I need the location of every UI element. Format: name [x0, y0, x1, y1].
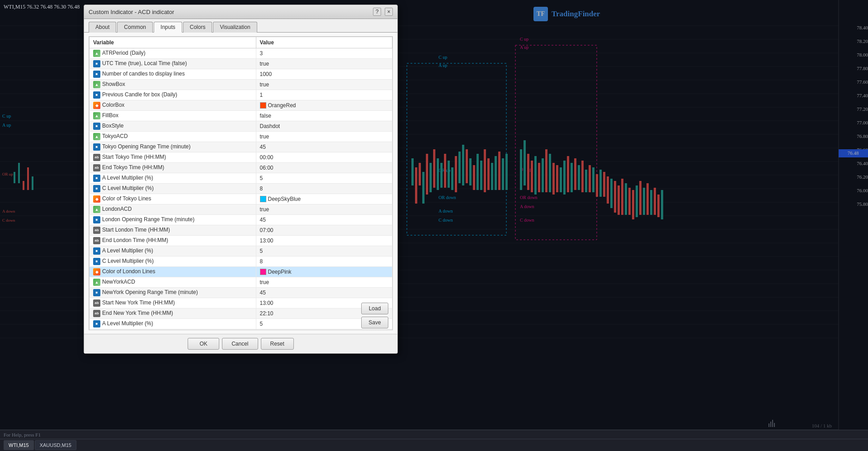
table-row: ■C Level Multiplier (%) [90, 256, 256, 267]
reset-button[interactable]: Reset [261, 338, 294, 350]
dialog-footer: Load Save OK Cancel Reset [84, 334, 397, 353]
params-table: Variable Value ▲ATRPeriod (Daily) 3 ■UTC… [89, 37, 392, 330]
modal-overlay: Custom Indicator - ACD indicator ? × Abo… [0, 0, 868, 451]
load-save-area: Load Save [361, 303, 388, 328]
tab-wti[interactable]: WTI,M15 [4, 440, 34, 450]
dialog-tabs: About Common Inputs Colors Visualization [84, 19, 397, 33]
table-cell-value[interactable]: 1 [256, 90, 392, 100]
tab-xauusd[interactable]: XAUUSD,M15 [35, 440, 76, 450]
tab-common[interactable]: Common [117, 22, 153, 33]
dialog-controls: ? × [373, 8, 393, 16]
cancel-button[interactable]: Cancel [222, 338, 258, 350]
status-bar: For Help, press F1 [0, 430, 868, 439]
params-table-container[interactable]: Variable Value ▲ATRPeriod (Daily) 3 ■UTC… [89, 36, 393, 330]
table-row: ▲LondonACD [90, 204, 256, 215]
table-cell-value[interactable]: 45 [256, 215, 392, 225]
table-row: abEnd London Time (HH:MM) [90, 236, 256, 246]
table-row: ▲ATRPeriod (Daily) [90, 48, 256, 59]
bottom-tabs: WTI,M15 XAUUSD,M15 [0, 439, 868, 451]
tab-colors[interactable]: Colors [183, 22, 212, 33]
table-row: ■Number of candles to display lines [90, 69, 256, 80]
table-row: abStart New York Time (HH:MM) [90, 298, 256, 309]
table-row: abStart Tokyo Time (HH:MM) [90, 152, 256, 163]
load-button[interactable]: Load [361, 303, 388, 314]
table-row: abStart London Time (HH:MM) [90, 225, 256, 236]
dialog-close-button[interactable]: × [385, 8, 393, 16]
table-row: ■C Level Multiplier (%) [90, 329, 256, 331]
table-cell-value[interactable]: 00:00 [256, 152, 392, 163]
table-row: ◆ColorBox [90, 100, 256, 111]
custom-indicator-dialog: Custom Indicator - ACD indicator ? × Abo… [84, 5, 398, 354]
table-cell-value[interactable]: true [256, 204, 392, 215]
table-row: ■A Level Multiplier (%) [90, 319, 256, 329]
table-row: ■NewYork Opening Range Time (minute) [90, 288, 256, 298]
table-row: ■C Level Multiplier (%) [90, 184, 256, 194]
table-row: abEnd Tokyo Time (HH:MM) [90, 163, 256, 173]
table-cell-value[interactable]: 8 [256, 329, 392, 331]
table-cell-value[interactable]: false [256, 111, 392, 121]
table-row: ◆Color of London Lines [90, 267, 256, 277]
ok-button[interactable]: OK [188, 338, 219, 350]
table-row: ■London Opening Range Time (minute) [90, 215, 256, 225]
table-cell-value[interactable]: true [256, 80, 392, 90]
save-button[interactable]: Save [361, 317, 388, 328]
table-cell-value[interactable]: DeepPink [256, 267, 392, 277]
table-row: ■A Level Multiplier (%) [90, 173, 256, 184]
table-cell-value[interactable]: true [256, 59, 392, 69]
dialog-content: Variable Value ▲ATRPeriod (Daily) 3 ■UTC… [84, 33, 397, 334]
chart-ticker: WTI,M15 76.32 76.48 76.30 76.48 [4, 4, 80, 10]
table-cell-value[interactable]: 3 [256, 48, 392, 59]
table-row: ◆Color of Tokyo Lines [90, 194, 256, 204]
table-row: ▲ShowBox [90, 80, 256, 90]
table-row: ▲NewYorkACD [90, 277, 256, 288]
table-cell-value[interactable]: 45 [256, 288, 392, 298]
footer-buttons: OK Cancel Reset [89, 338, 393, 350]
table-cell-value[interactable]: 5 [256, 173, 392, 184]
tab-visualization[interactable]: Visualization [213, 22, 257, 33]
table-cell-value[interactable]: 8 [256, 184, 392, 194]
table-row: ■BoxStyle [90, 121, 256, 132]
table-row: ▲FillBox [90, 111, 256, 121]
table-row: ■Previous Candle for box (Daily) [90, 90, 256, 100]
table-row: ■A Level Multiplier (%) [90, 246, 256, 256]
table-row: ■Tokyo Opening Range Time (minute) [90, 142, 256, 152]
table-cell-value[interactable]: 1000 [256, 69, 392, 80]
table-cell-value[interactable]: OrangeRed [256, 100, 392, 111]
tab-inputs[interactable]: Inputs [154, 22, 182, 33]
table-row: abEnd New York Time (HH:MM) [90, 309, 256, 319]
table-cell-value[interactable]: 8 [256, 256, 392, 267]
table-row: ■UTC Time (true), Local Time (false) [90, 59, 256, 69]
col-variable: Variable [90, 37, 256, 48]
dialog-titlebar: Custom Indicator - ACD indicator ? × [84, 5, 397, 19]
table-cell-value[interactable]: 5 [256, 246, 392, 256]
table-cell-value[interactable]: true [256, 132, 392, 142]
table-cell-value[interactable]: true [256, 277, 392, 288]
table-cell-value[interactable]: 13:00 [256, 236, 392, 246]
table-cell-value[interactable]: 06:00 [256, 163, 392, 173]
table-cell-value[interactable]: 45 [256, 142, 392, 152]
table-cell-value[interactable]: DeepSkyBlue [256, 194, 392, 204]
tab-about[interactable]: About [89, 22, 116, 33]
col-value: Value [256, 37, 392, 48]
table-cell-value[interactable]: 07:00 [256, 225, 392, 236]
table-cell-value[interactable]: Dashdot [256, 121, 392, 132]
dialog-help-button[interactable]: ? [373, 8, 381, 16]
status-help: For Help, press F1 [4, 432, 41, 437]
dialog-title: Custom Indicator - ACD indicator [89, 9, 174, 15]
table-row: ▲TokyoACD [90, 132, 256, 142]
